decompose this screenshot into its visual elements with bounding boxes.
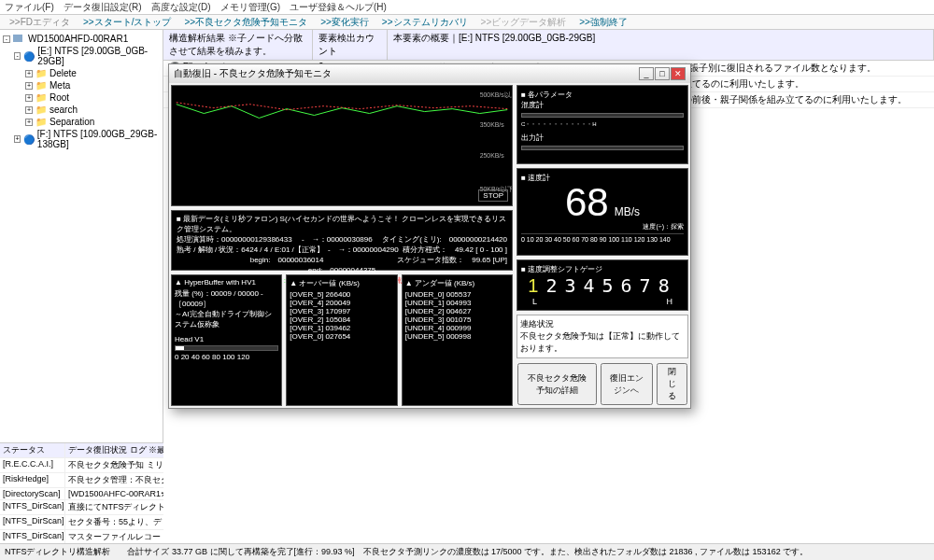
monitor-title-text: 自動復旧 - 不良セクタ危険予知モニタ: [174, 67, 332, 80]
hyperbuffer-panel: ▲ HyperBuffer with HV1 残量 (%)：00009 / 00…: [171, 274, 282, 406]
col-count[interactable]: 要素検出カウント: [313, 30, 388, 60]
log-row: [RiskHedge]不良セクタ管理：不良セクタ危険予知モ: [0, 473, 163, 488]
shift-gauge: ■ 速度調整シフトゲージ 12345678 LH: [517, 259, 688, 311]
speed-graph: 500KB/s以上 350KB/s 250KB/s 50KB/s以下 STOP: [171, 85, 513, 206]
tb-force-stop[interactable]: >>強制終了: [579, 16, 628, 28]
menubar: ファイル(F) データ復旧設定(R) 高度な設定(D) メモリ管理(G) ユーザ…: [0, 0, 934, 15]
close-button[interactable]: ✕: [671, 67, 686, 80]
status-title: ステータス: [0, 443, 65, 457]
tb-bigdata[interactable]: >>ビッグデータ解析: [481, 16, 567, 28]
tree-folder-separation[interactable]: +📁Separation: [3, 116, 160, 128]
close-dialog-button[interactable]: 閉じる: [657, 363, 687, 405]
tb-monitor[interactable]: >>不良セクタ危険予知モニタ: [184, 16, 307, 28]
monitor-window: 自動復旧 - 不良セクタ危険予知モニタ _□✕ 500KB/s以上 350KB/…: [168, 63, 691, 409]
over-panel: ▲ オーバー値 (KB/s) [OVER_5] 266400 [OVER_4] …: [286, 274, 397, 406]
expand-icon[interactable]: +: [25, 94, 33, 102]
max-button[interactable]: □: [655, 67, 670, 80]
log-row: [NTFS_DirScan]直接にてNTFSディレクトリ構造を解析: [0, 500, 163, 515]
tb-recovery[interactable]: >>システムリカバリ: [382, 16, 468, 28]
col-structure[interactable]: 構造解析結果 ※子ノードへ分散させて結果を積みます。: [163, 30, 313, 60]
detail-button[interactable]: 不良セクタ危険予知の詳細: [517, 363, 597, 405]
tree-root[interactable]: -WD1500AHFD-00RAR1: [3, 33, 160, 45]
info-panel: ■ 最新データ(ミリ秒ファロン) S(ハイセカンドの世界へようこそ！ クローンレ…: [171, 210, 513, 271]
speed-gauge: ■ 速度計 68MB/s 速度(÷)：探索 0 10 20 30 40 50 6…: [517, 168, 688, 256]
col-summary[interactable]: 本要素の概要｜[E:] NTFS [29.00GB_0GB-29GB]: [388, 30, 934, 60]
svg-text:250KB/s: 250KB/s: [480, 152, 505, 159]
tree-folder-root[interactable]: +📁Root: [3, 91, 160, 104]
toolbar: >>FDエディタ >>スタート/ストップ >>不良セクタ危険予知モニタ >>変化…: [0, 15, 934, 30]
tree-partition-f[interactable]: +🔵[F:] NTFS [109.00GB_29GB-138GB]: [3, 128, 160, 150]
param-panel: ■ 各パラメータ 混度計 C・・・・・・・・・・・・H 出力計: [517, 85, 688, 164]
monitor-titlebar[interactable]: 自動復旧 - 不良セクタ危険予知モニタ _□✕: [169, 64, 690, 83]
menu-advanced[interactable]: 高度な設定(D): [151, 1, 211, 13]
stop-button[interactable]: STOP: [478, 189, 508, 202]
footer-status: NTFSディレクトリ構造解析 合計サイズ 33.77 GB に関して再構築を完了…: [0, 543, 934, 560]
connection-status: 連絡状況 不良セクタ危険予知は【正常】に動作しております。: [517, 315, 688, 358]
svg-text:500KB/s以上: 500KB/s以上: [480, 91, 512, 98]
tree-partition-e[interactable]: -🔵[E:] NTFS [29.00GB_0GB-29GB]: [3, 45, 160, 67]
menu-memory[interactable]: メモリ管理(G): [220, 1, 280, 13]
log-row: [DirectoryScan][WD1500AHFC-00RAR1※[E:] N…: [0, 488, 163, 500]
expand-icon[interactable]: +: [25, 119, 33, 126]
expand-icon[interactable]: +: [25, 106, 33, 114]
menu-data-recovery[interactable]: データ復旧設定(R): [64, 1, 142, 13]
tree-folder-search[interactable]: +📁search: [3, 104, 160, 116]
min-button[interactable]: _: [639, 67, 654, 80]
expand-icon[interactable]: +: [25, 82, 33, 90]
tree-folder-delete[interactable]: +📁Delete: [3, 67, 160, 79]
menu-user-help[interactable]: ユーザ登録＆ヘルプ(H): [290, 1, 387, 13]
tb-editor[interactable]: >>FDエディタ: [9, 16, 70, 28]
under-panel: ▲ アンダー値 (KB/s) [UNDER_0] 005537 [UNDER_1…: [402, 274, 513, 406]
engine-button[interactable]: 復旧エンジンへ: [601, 363, 653, 405]
expand-icon[interactable]: +: [25, 70, 33, 77]
tb-convert[interactable]: >>変化実行: [320, 16, 369, 28]
log-row: [NTFS_DirScan]セクタ番号：55より、ディレクトリ構造解析を開始いた…: [0, 515, 163, 530]
tb-start-stop[interactable]: >>スタート/ストップ: [83, 16, 171, 28]
collapse-icon[interactable]: -: [14, 52, 21, 60]
log-row: [R.E.C.C.A.I.]不良セクタ危険予知 ミリセカンド検査: [0, 458, 163, 473]
menu-file[interactable]: ファイル(F): [5, 1, 54, 13]
expand-icon[interactable]: +: [14, 135, 21, 143]
collapse-icon[interactable]: -: [3, 35, 10, 43]
tree-folder-meta[interactable]: +📁Meta: [3, 79, 160, 91]
svg-text:350KB/s: 350KB/s: [480, 121, 505, 128]
